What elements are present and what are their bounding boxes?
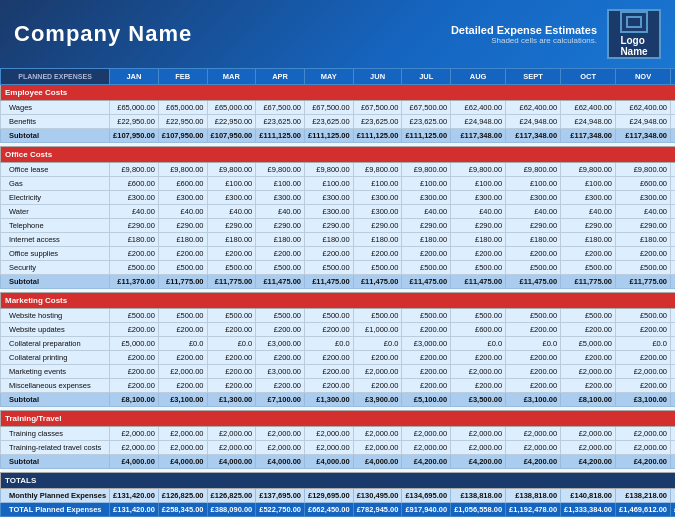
- cell-1-8-8: £11,475.00: [451, 275, 506, 289]
- cell-1-4-5: £290.00: [304, 219, 353, 233]
- cell-1-2-1: £300.00: [110, 191, 159, 205]
- cell-2-6-12: £9,900.00: [671, 393, 675, 407]
- table-row: Subtotal£8,100.00£3,100.00£1,300.00£7,10…: [1, 393, 676, 407]
- cell-0-0-6: £67,500.00: [353, 101, 402, 115]
- cell-2-4-6: £2,000.00: [353, 365, 402, 379]
- totals-cell-0-5: £129,695.00: [304, 489, 353, 503]
- cell-2-6-5: £1,300.00: [304, 393, 353, 407]
- col-nov: NOV: [616, 69, 671, 85]
- cell-2-5-0: Miscellaneous expenses: [1, 379, 110, 393]
- cell-2-5-9: £200.00: [506, 379, 561, 393]
- cell-0-1-9: £24,948.00: [506, 115, 561, 129]
- cell-1-8-4: £11,475.00: [256, 275, 305, 289]
- col-aug: AUG: [451, 69, 506, 85]
- cell-2-3-7: £200.00: [402, 351, 451, 365]
- cell-0-0-2: £65,000.00: [158, 101, 207, 115]
- col-dec: DEC: [671, 69, 675, 85]
- cell-2-1-4: £200.00: [256, 323, 305, 337]
- cell-1-4-3: £290.00: [207, 219, 256, 233]
- cell-1-8-12: £11,775.00: [671, 275, 675, 289]
- cell-2-0-8: £500.00: [451, 309, 506, 323]
- cell-1-0-11: £9,800.00: [616, 163, 671, 177]
- totals-cell-0-4: £137,695.00: [256, 489, 305, 503]
- cell-1-6-6: £200.00: [353, 247, 402, 261]
- table-row: Subtotal£11,370.00£11,775.00£11,775.00£1…: [1, 275, 676, 289]
- cell-2-1-5: £200.00: [304, 323, 353, 337]
- totals-cell-1-10: £1,333,384.00: [561, 503, 616, 517]
- cell-3-0-1: £2,000.00: [110, 427, 159, 441]
- totals-cell-1-7: £917,940.00: [402, 503, 451, 517]
- cell-2-0-4: £500.00: [256, 309, 305, 323]
- cell-0-0-5: £67,500.00: [304, 101, 353, 115]
- cell-0-1-11: £24,948.00: [616, 115, 671, 129]
- cell-2-2-8: £0.0: [451, 337, 506, 351]
- cell-2-3-3: £200.00: [207, 351, 256, 365]
- cell-0-2-2: £107,950.00: [158, 129, 207, 143]
- cell-2-4-10: £2,000.00: [561, 365, 616, 379]
- cell-1-3-4: £40.00: [256, 205, 305, 219]
- cell-3-1-11: £2,000.00: [616, 441, 671, 455]
- cell-2-0-11: £500.00: [616, 309, 671, 323]
- totals-cell-1-9: £1,192,478.00: [506, 503, 561, 517]
- table-container: PLANNED EXPENSES JAN FEB MAR APR MAY JUN…: [0, 68, 675, 520]
- cell-1-4-6: £290.00: [353, 219, 402, 233]
- cell-1-0-7: £9,800.00: [402, 163, 451, 177]
- cell-2-6-11: £3,100.00: [616, 393, 671, 407]
- col-jan: JAN: [110, 69, 159, 85]
- cell-1-0-3: £9,800.00: [207, 163, 256, 177]
- cell-3-2-5: £4,000.00: [304, 455, 353, 469]
- cell-1-1-6: £100.00: [353, 177, 402, 191]
- cell-1-6-9: £200.00: [506, 247, 561, 261]
- cell-1-2-9: £300.00: [506, 191, 561, 205]
- cell-3-0-8: £2,000.00: [451, 427, 506, 441]
- cell-1-6-8: £200.00: [451, 247, 506, 261]
- cell-3-1-6: £2,000.00: [353, 441, 402, 455]
- cell-1-8-10: £11,775.00: [561, 275, 616, 289]
- cell-0-0-9: £62,400.00: [506, 101, 561, 115]
- table-row: Internet access£180.00£180.00£180.00£180…: [1, 233, 676, 247]
- cell-2-0-3: £500.00: [207, 309, 256, 323]
- cell-1-3-10: £40.00: [561, 205, 616, 219]
- totals-cell-0-3: £126,825.00: [207, 489, 256, 503]
- cell-1-1-10: £100.00: [561, 177, 616, 191]
- totals-cell-0-8: £138,818.00: [451, 489, 506, 503]
- cell-1-4-12: £290.00: [671, 219, 675, 233]
- cell-1-0-5: £9,800.00: [304, 163, 353, 177]
- cell-0-0-1: £65,000.00: [110, 101, 159, 115]
- table-row: Miscellaneous expenses£200.00£200.00£200…: [1, 379, 676, 393]
- cell-2-4-0: Marketing events: [1, 365, 110, 379]
- expense-table: PLANNED EXPENSES JAN FEB MAR APR MAY JUN…: [0, 68, 675, 517]
- cell-0-0-7: £67,500.00: [402, 101, 451, 115]
- col-jun: JUN: [353, 69, 402, 85]
- cell-1-6-10: £200.00: [561, 247, 616, 261]
- table-row: Website hosting£500.00£500.00£500.00£500…: [1, 309, 676, 323]
- cell-1-7-7: £500.00: [402, 261, 451, 275]
- cell-2-6-9: £3,100.00: [506, 393, 561, 407]
- cell-2-6-7: £5,100.00: [402, 393, 451, 407]
- col-feb: FEB: [158, 69, 207, 85]
- cell-0-0-10: £62,400.00: [561, 101, 616, 115]
- cell-2-1-8: £600.00: [451, 323, 506, 337]
- cell-2-3-12: £200.00: [671, 351, 675, 365]
- cell-0-1-3: £22,950.00: [207, 115, 256, 129]
- cell-0-1-5: £23,625.00: [304, 115, 353, 129]
- totals-cell-0-6: £130,495.00: [353, 489, 402, 503]
- cell-2-2-6: £0.0: [353, 337, 402, 351]
- cell-1-2-12: £300.00: [671, 191, 675, 205]
- cell-1-7-12: £500.00: [671, 261, 675, 275]
- cell-2-6-4: £7,100.00: [256, 393, 305, 407]
- cell-1-5-2: £180.00: [158, 233, 207, 247]
- cell-1-5-7: £180.00: [402, 233, 451, 247]
- col-apr: APR: [256, 69, 305, 85]
- cell-2-4-12: £5,000.00: [671, 365, 675, 379]
- table-row: Gas£600.00£600.00£100.00£100.00£100.00£1…: [1, 177, 676, 191]
- cell-2-2-12: £3,000.00: [671, 337, 675, 351]
- cell-2-4-9: £200.00: [506, 365, 561, 379]
- cell-3-1-10: £2,000.00: [561, 441, 616, 455]
- column-headers: PLANNED EXPENSES JAN FEB MAR APR MAY JUN…: [1, 69, 676, 85]
- table-row: Electricity£300.00£300.00£300.00£300.00£…: [1, 191, 676, 205]
- cell-1-5-11: £180.00: [616, 233, 671, 247]
- cell-3-2-7: £4,200.00: [402, 455, 451, 469]
- cell-2-2-3: £0.0: [207, 337, 256, 351]
- cell-1-3-8: £40.00: [451, 205, 506, 219]
